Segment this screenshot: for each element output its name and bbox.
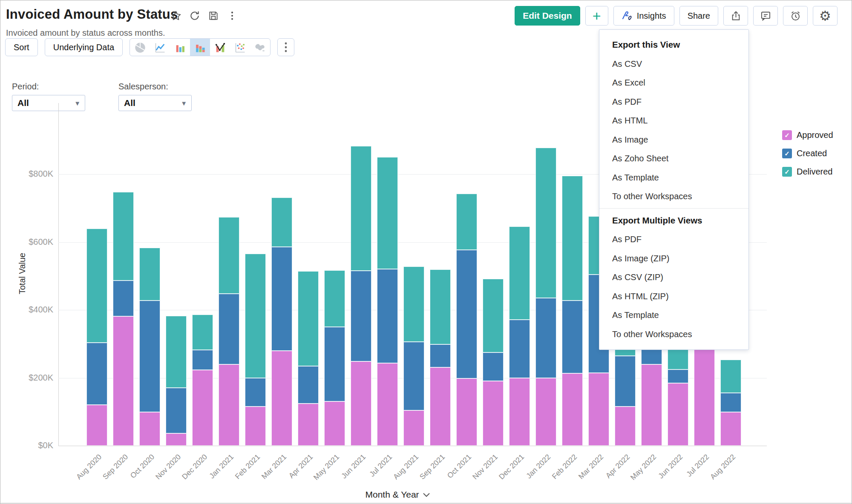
- bar-segment-delivered[interactable]: [271, 198, 292, 247]
- bar-segment-delivered[interactable]: [483, 279, 504, 352]
- bar-segment-approved[interactable]: [166, 433, 187, 446]
- refresh-icon[interactable]: [189, 10, 200, 21]
- bar-segment-created[interactable]: [456, 250, 477, 378]
- bar-segment-created[interactable]: [562, 301, 583, 373]
- bar-segment-created[interactable]: [668, 369, 688, 383]
- bar-segment-created[interactable]: [86, 343, 107, 405]
- export-menu-item[interactable]: As CSV (ZIP): [599, 268, 748, 287]
- bar-segment-delivered[interactable]: [509, 226, 530, 320]
- bar-segment-approved[interactable]: [86, 405, 107, 446]
- chart-type-pie-chart-icon[interactable]: [130, 39, 150, 56]
- bar-segment-approved[interactable]: [403, 410, 424, 446]
- bar-segment-approved[interactable]: [219, 364, 239, 446]
- bar-segment-approved[interactable]: [324, 401, 345, 446]
- bar-segment-created[interactable]: [324, 327, 345, 401]
- bar-segment-delivered[interactable]: [192, 315, 213, 350]
- bar-segment-created[interactable]: [509, 320, 530, 378]
- legend-item-created[interactable]: ✓Created: [782, 149, 833, 158]
- bar-segment-approved[interactable]: [271, 351, 292, 446]
- bar-segment-delivered[interactable]: [219, 217, 239, 293]
- bar-segment-created[interactable]: [351, 271, 371, 362]
- bar-nov-2020[interactable]: [166, 316, 187, 446]
- share-button[interactable]: Share: [679, 6, 718, 26]
- bar-feb-2021[interactable]: [245, 254, 266, 446]
- settings-button[interactable]: ⚙: [813, 6, 838, 26]
- bar-segment-created[interactable]: [271, 247, 292, 350]
- bar-segment-approved[interactable]: [430, 367, 451, 446]
- bar-segment-approved[interactable]: [588, 373, 609, 446]
- more-chart-types-kebab-icon[interactable]: [277, 38, 294, 56]
- bar-segment-delivered[interactable]: [324, 270, 345, 327]
- bar-segment-created[interactable]: [219, 294, 239, 364]
- legend-checkbox-icon[interactable]: ✓: [782, 130, 792, 140]
- bar-segment-approved[interactable]: [456, 378, 477, 446]
- legend-checkbox-icon[interactable]: ✓: [782, 167, 792, 177]
- bar-segment-created[interactable]: [483, 352, 504, 381]
- export-menu-item[interactable]: As HTML (ZIP): [599, 287, 748, 306]
- export-button[interactable]: [723, 6, 748, 26]
- bar-nov-2021[interactable]: [483, 279, 504, 446]
- bar-segment-approved[interactable]: [694, 349, 715, 446]
- legend-item-approved[interactable]: ✓Approved: [782, 130, 833, 140]
- bar-oct-2020[interactable]: [139, 248, 160, 446]
- bar-segment-created[interactable]: [403, 342, 424, 410]
- bar-segment-created[interactable]: [377, 269, 398, 363]
- chart-type-combo-chart-icon[interactable]: [210, 39, 230, 56]
- comments-button[interactable]: [753, 6, 778, 26]
- bar-jan-2022[interactable]: [535, 148, 556, 446]
- export-menu-item[interactable]: To other Workspaces: [599, 187, 748, 206]
- bar-apr-2022[interactable]: [615, 334, 636, 446]
- export-menu-item[interactable]: As CSV: [599, 54, 748, 74]
- legend-checkbox-icon[interactable]: ✓: [782, 149, 792, 158]
- add-view-button[interactable]: +: [585, 6, 608, 26]
- bar-jun-2022[interactable]: [668, 339, 688, 446]
- bar-segment-approved[interactable]: [509, 378, 530, 446]
- bar-mar-2021[interactable]: [271, 198, 292, 446]
- bar-segment-approved[interactable]: [615, 407, 636, 446]
- bar-segment-delivered[interactable]: [535, 148, 556, 298]
- export-menu-item[interactable]: To other Workspaces: [599, 325, 748, 344]
- bar-segment-approved[interactable]: [113, 316, 134, 446]
- bar-aug-2020[interactable]: [86, 229, 107, 446]
- bar-segment-approved[interactable]: [668, 383, 688, 446]
- bar-segment-approved[interactable]: [483, 381, 504, 446]
- bar-segment-approved[interactable]: [641, 364, 662, 446]
- underlying-data-button[interactable]: Underlying Data: [45, 38, 123, 56]
- bar-segment-delivered[interactable]: [166, 316, 187, 388]
- bar-segment-approved[interactable]: [720, 412, 741, 446]
- export-menu-item[interactable]: As PDF: [599, 92, 748, 112]
- bar-feb-2022[interactable]: [562, 176, 583, 446]
- bar-segment-approved[interactable]: [377, 363, 398, 446]
- bar-segment-delivered[interactable]: [86, 229, 107, 342]
- favorite-star-icon[interactable]: [170, 10, 181, 21]
- chart-type-line-chart-icon[interactable]: [150, 39, 170, 56]
- bar-segment-approved[interactable]: [192, 370, 213, 446]
- bar-segment-created[interactable]: [720, 393, 741, 412]
- schedule-alerts-button[interactable]: [783, 6, 808, 26]
- export-menu-item[interactable]: As Image: [599, 130, 748, 149]
- bar-segment-created[interactable]: [298, 366, 319, 404]
- bar-segment-approved[interactable]: [535, 378, 556, 446]
- save-icon[interactable]: [208, 10, 219, 21]
- bar-segment-delivered[interactable]: [456, 194, 477, 250]
- insights-button[interactable]: Insights: [613, 6, 674, 26]
- export-menu-item[interactable]: As Template: [599, 168, 748, 187]
- export-menu-item[interactable]: As Zoho Sheet: [599, 149, 748, 168]
- bar-segment-delivered[interactable]: [351, 146, 371, 271]
- bar-sep-2021[interactable]: [430, 269, 451, 446]
- bar-segment-delivered[interactable]: [298, 271, 319, 366]
- bar-segment-approved[interactable]: [351, 361, 371, 446]
- bar-segment-approved[interactable]: [245, 407, 266, 446]
- bar-segment-created[interactable]: [192, 350, 213, 370]
- bar-aug-2021[interactable]: [403, 266, 424, 446]
- bar-segment-created[interactable]: [615, 356, 636, 407]
- chart-type-bar-chart-icon[interactable]: [170, 39, 190, 56]
- bar-segment-delivered[interactable]: [113, 192, 134, 280]
- bar-segment-delivered[interactable]: [562, 176, 583, 301]
- export-menu-item[interactable]: As HTML: [599, 111, 748, 130]
- x-axis-title-control[interactable]: Month & Year: [366, 490, 430, 500]
- bar-segment-delivered[interactable]: [430, 269, 451, 344]
- bar-segment-created[interactable]: [113, 281, 134, 317]
- bar-segment-created[interactable]: [166, 388, 187, 433]
- bar-segment-approved[interactable]: [298, 404, 319, 446]
